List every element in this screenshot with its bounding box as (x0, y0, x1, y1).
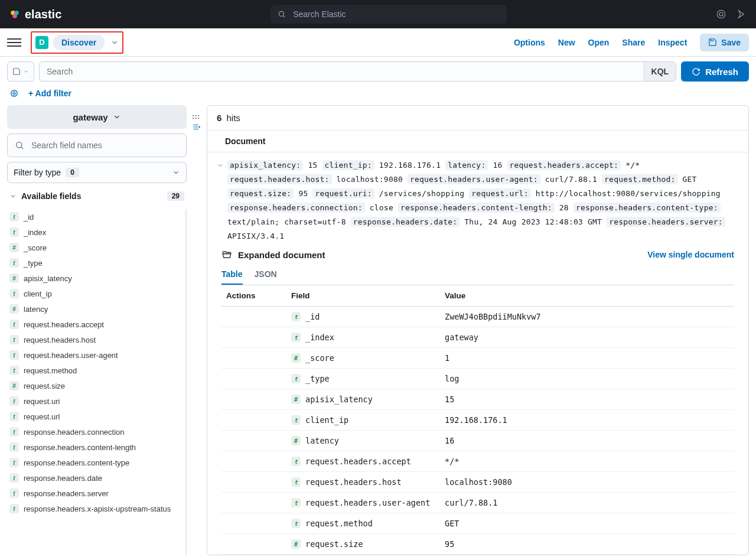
field-name: response.headers.content-type (24, 458, 129, 467)
inspect-link[interactable]: Inspect (658, 38, 687, 47)
actions-cell (221, 534, 286, 555)
table-row[interactable]: #_score1 (221, 348, 734, 369)
elastic-logo[interactable]: elastic (9, 8, 61, 21)
number-type-icon: # (9, 304, 19, 314)
value-cell: 1 (440, 348, 734, 369)
field-cell: trequest.headers.accept (286, 451, 440, 472)
field-item[interactable]: trequest.headers.user-agent (7, 347, 185, 363)
actions-cell (221, 451, 286, 472)
brand-label: elastic (25, 8, 61, 21)
text-type-icon: t (9, 335, 19, 344)
field-name: request.headers.user-agent (24, 351, 118, 360)
newsfeed-icon[interactable] (716, 9, 726, 19)
table-row[interactable]: trequest.headers.user-agentcurl/7.88.1 (221, 493, 734, 513)
filter-icon[interactable] (9, 89, 19, 98)
summary-key: request.headers.accept: (507, 160, 621, 170)
chevron-down-icon (9, 193, 17, 200)
summary-key: client_ip: (322, 160, 374, 170)
table-row[interactable]: t_indexgateway (221, 327, 734, 348)
value-cell: 16 (440, 431, 734, 451)
field-item[interactable]: #apisix_latency (7, 271, 185, 286)
field-item[interactable]: tclient_ip (7, 286, 185, 301)
open-link[interactable]: Open (588, 38, 610, 47)
refresh-label: Refresh (705, 67, 738, 77)
nav-menu-button[interactable] (7, 35, 21, 50)
field-search-input[interactable]: Search field names (7, 134, 187, 157)
field-item[interactable]: trequest.uri (7, 393, 185, 409)
table-row[interactable]: #latency16 (221, 431, 734, 451)
field-item[interactable]: tresponse.headers.content-type (7, 455, 185, 470)
text-type-icon: t (9, 473, 19, 483)
table-row[interactable]: t_typelog (221, 369, 734, 389)
field-item[interactable]: tresponse.headers.server (7, 486, 185, 501)
tab-json[interactable]: JSON (255, 266, 277, 285)
number-type-icon: # (291, 539, 301, 549)
field-item[interactable]: trequest.headers.host (7, 332, 185, 347)
query-language-label[interactable]: KQL (644, 62, 676, 81)
field-item[interactable]: t_id (7, 209, 185, 224)
summary-key: request.headers.host: (227, 174, 332, 184)
text-type-icon: t (9, 412, 19, 421)
index-pattern-selector[interactable]: gateway (7, 105, 187, 129)
collapse-row-icon[interactable] (217, 162, 224, 235)
space-badge[interactable]: D (35, 36, 48, 49)
field-name: request.headers.host (305, 477, 402, 487)
text-type-icon: t (291, 498, 301, 507)
share-link[interactable]: Share (622, 38, 645, 47)
field-item[interactable]: #latency (7, 301, 185, 317)
table-row[interactable]: t_idZweWJ4oBBpdiiMuNkvw7 (221, 307, 734, 327)
summary-value: curl/7.88.1 (540, 175, 602, 184)
field-item[interactable]: tresponse.headers.connection (7, 424, 185, 439)
field-item[interactable]: tresponse.headers.x-apisix-upstream-stat… (7, 501, 185, 516)
field-name: response.headers.date (24, 474, 102, 483)
field-item[interactable]: trequest.method (7, 363, 185, 378)
field-item[interactable]: trequest.url (7, 409, 185, 424)
summary-key: request.uri: (312, 188, 374, 198)
global-search[interactable]: Search Elastic (271, 5, 507, 24)
field-item[interactable]: t_index (7, 224, 185, 240)
text-type-icon: t (9, 350, 19, 360)
table-row[interactable]: trequest.methodGET (221, 513, 734, 534)
field-name: apisix_latency (305, 395, 373, 404)
table-row[interactable]: trequest.headers.accept*/* (221, 451, 734, 472)
field-item[interactable]: tresponse.headers.date (7, 470, 185, 486)
table-row[interactable]: #request.size95 (221, 534, 734, 555)
field-item[interactable]: tresponse.headers.content-length (7, 439, 185, 455)
field-cell: trequest.method (286, 513, 440, 534)
svg-point-10 (198, 115, 199, 116)
header-right-icons (716, 9, 747, 19)
field-cell: t_index (286, 327, 440, 348)
filter-bar: + Add filter (0, 86, 756, 105)
field-item[interactable]: #request.size (7, 378, 185, 393)
query-input[interactable] (40, 62, 644, 81)
refresh-button[interactable]: Refresh (681, 61, 749, 82)
chevron-down-icon[interactable] (110, 38, 119, 47)
save-button[interactable]: Save (700, 34, 749, 51)
text-type-icon: t (9, 289, 19, 298)
svg-point-5 (719, 12, 723, 16)
field-item[interactable]: #_score (7, 240, 185, 255)
col-actions: Actions (221, 285, 286, 307)
filter-by-type[interactable]: Filter by type 0 (7, 162, 187, 183)
field-name: client_ip (305, 415, 348, 425)
view-single-document-link[interactable]: View single document (647, 250, 734, 259)
available-fields-header[interactable]: Available fields 29 (7, 188, 187, 204)
app-title-pill[interactable]: Discover (53, 35, 105, 50)
table-row[interactable]: #apisix_latency15 (221, 389, 734, 410)
field-item[interactable]: t_type (7, 255, 185, 271)
field-item[interactable]: trequest.headers.accept (7, 317, 185, 332)
field-list[interactable]: t_idt_index#_scoret_type#apisix_latencyt… (7, 209, 187, 555)
help-icon[interactable] (736, 9, 747, 19)
field-name: response.headers.content-length (24, 443, 136, 452)
tab-table[interactable]: Table (221, 266, 243, 285)
drag-handle-icon[interactable] (191, 113, 202, 121)
add-filter-button[interactable]: + Add filter (28, 89, 71, 98)
options-link[interactable]: Options (514, 38, 545, 47)
field-name: _id (24, 213, 34, 222)
saved-query-button[interactable] (7, 61, 34, 82)
table-row[interactable]: trequest.headers.hostlocalhost:9080 (221, 472, 734, 493)
text-type-icon: t (291, 374, 301, 383)
collapse-icon[interactable] (191, 123, 201, 131)
new-link[interactable]: New (558, 38, 575, 47)
table-row[interactable]: tclient_ip192.168.176.1 (221, 410, 734, 431)
